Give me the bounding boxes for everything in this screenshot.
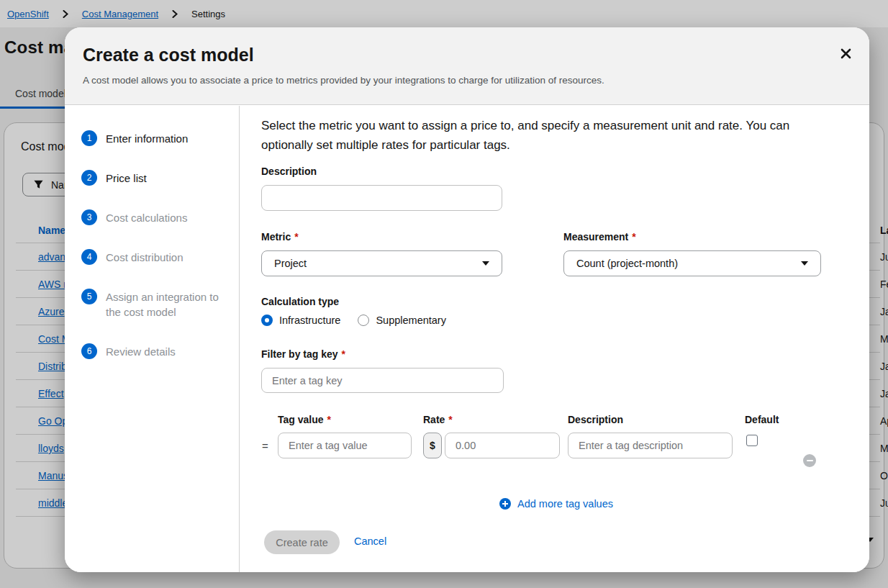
description-input[interactable] — [261, 185, 502, 211]
step-label: Enter information — [106, 130, 221, 146]
required-asterisk: * — [294, 231, 298, 243]
wizard-step-assign-integration[interactable]: 5 Assign an integration to the cost mode… — [81, 289, 239, 320]
step-number-badge: 2 — [81, 170, 97, 186]
wizard-step-price-list[interactable]: 2 Price list — [81, 170, 239, 186]
cancel-button[interactable]: Cancel — [354, 535, 386, 547]
step-label: Review details — [106, 343, 221, 359]
create-rate-button[interactable]: Create rate — [264, 530, 340, 554]
step-label: Cost calculations — [106, 209, 221, 225]
step-label: Price list — [106, 170, 221, 186]
measurement-select[interactable]: Count (project-month) — [563, 250, 821, 276]
radio-infrastructure-label: Infrastructure — [279, 315, 340, 326]
modal-title: Create a cost model — [83, 45, 254, 65]
step-number-badge: 4 — [81, 249, 97, 265]
tag-description-input[interactable] — [568, 433, 733, 458]
step-label: Cost distribution — [106, 249, 221, 265]
required-asterisk: * — [448, 414, 452, 425]
measurement-label: Measurement* — [563, 231, 636, 243]
wizard-nav: 1 Enter information 2 Price list 3 Cost … — [65, 106, 240, 572]
filter-by-tag-key-label: Filter by tag key* — [261, 348, 345, 360]
plus-circle-icon — [499, 498, 511, 510]
required-asterisk: * — [632, 231, 635, 243]
create-cost-model-modal: Create a cost model A cost model allows … — [65, 27, 869, 572]
equals-sign: = — [262, 440, 268, 452]
metric-select-value: Project — [274, 258, 307, 269]
radio-unselected-icon — [358, 315, 369, 326]
currency-symbol: $ — [423, 433, 442, 458]
measurement-select-value: Count (project-month) — [576, 258, 678, 269]
step-number-badge: 3 — [81, 209, 97, 225]
wizard-body: Select the metric you want to assign a p… — [240, 106, 869, 572]
price-list-intro-text: Select the metric you want to assign a p… — [261, 116, 841, 155]
step-number-badge: 1 — [81, 130, 97, 146]
modal-header: Create a cost model A cost model allows … — [65, 27, 869, 105]
metric-label: Metric* — [261, 231, 299, 243]
wizard-step-review-details[interactable]: 6 Review details — [81, 343, 239, 359]
step-number-badge: 5 — [81, 289, 97, 304]
caret-down-icon — [482, 261, 489, 266]
required-asterisk: * — [327, 414, 331, 425]
add-more-tag-values-button[interactable]: Add more tag values — [499, 498, 613, 510]
step-number-badge: 6 — [81, 343, 97, 359]
screen: OpenShift Cost Management Settings Cost … — [0, 0, 888, 588]
radio-supplementary[interactable]: Supplementary — [358, 315, 446, 326]
radio-supplementary-label: Supplementary — [376, 315, 446, 326]
rate-label: Rate* — [423, 414, 453, 425]
metric-select[interactable]: Project — [261, 250, 502, 276]
remove-tag-value-icon[interactable] — [803, 454, 816, 467]
required-asterisk: * — [342, 348, 345, 360]
caret-down-icon — [801, 261, 808, 266]
rate-input[interactable] — [445, 433, 560, 458]
calculation-type-label: Calculation type — [261, 296, 339, 307]
step-label: Assign an integration to the cost model — [106, 289, 221, 320]
calculation-type-radio-group: Infrastructure Supplementary — [261, 315, 446, 326]
minus-bar — [807, 460, 813, 462]
tag-value-label: Tag value* — [278, 414, 331, 425]
modal-subtitle: A cost model allows you to associate a p… — [83, 75, 604, 86]
radio-selected-icon — [261, 315, 273, 326]
tag-description-label: Description — [568, 414, 623, 425]
wizard-step-cost-calculations[interactable]: 3 Cost calculations — [81, 209, 239, 225]
wizard-step-enter-information[interactable]: 1 Enter information — [81, 130, 239, 146]
add-more-tag-values-label: Add more tag values — [517, 498, 613, 510]
radio-infrastructure[interactable]: Infrastructure — [261, 315, 340, 326]
wizard-step-cost-distribution[interactable]: 4 Cost distribution — [81, 249, 239, 265]
default-checkbox[interactable] — [746, 435, 758, 446]
tag-key-input[interactable] — [261, 368, 504, 393]
tag-value-input[interactable] — [278, 433, 412, 458]
description-label: Description — [261, 166, 317, 177]
default-label: Default — [745, 414, 779, 425]
close-icon[interactable] — [836, 44, 855, 63]
